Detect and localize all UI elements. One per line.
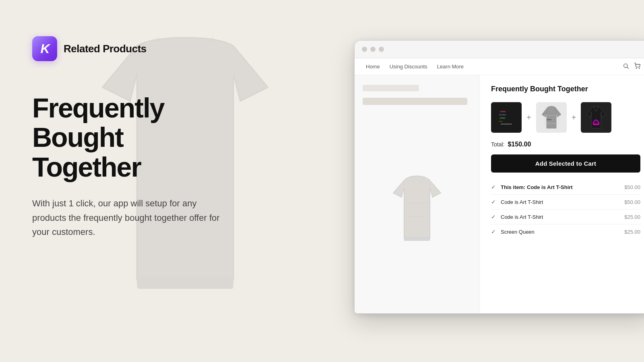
fbt-item-price: $50.00 (624, 199, 640, 205)
cart-icon[interactable] (634, 63, 640, 71)
traffic-light-1 (362, 47, 367, 52)
svg-rect-10 (501, 123, 512, 125)
title-placeholder (363, 98, 467, 105)
fbt-item-name: Code is Art T-Shirt (501, 214, 619, 220)
nav-links: Home Using Discounts Learn More (366, 64, 464, 70)
brand-name: Related Products (64, 43, 147, 55)
fbt-items-list: ✓ This item: Code is Art T-Shirt $50.00 … (491, 180, 640, 239)
nav-learn[interactable]: Learn More (437, 64, 464, 70)
fbt-item-price: $25.00 (624, 214, 640, 220)
nav-icons (623, 63, 640, 71)
breadcrumb-placeholder (363, 85, 419, 91)
fbt-item-name: Screen Queen (501, 229, 619, 235)
brand-logo: K Related Products (32, 36, 258, 61)
fbt-item-price: $25.00 (624, 229, 640, 235)
fbt-plus-1: + (526, 113, 531, 122)
fbt-total-label: Total: (491, 141, 504, 148)
svg-line-2 (627, 67, 629, 69)
svg-text:// art: // art (499, 120, 503, 122)
fbt-list-item: ✓ Code is Art T-Shirt $50.00 (491, 195, 640, 210)
svg-text:print(): print() (500, 117, 505, 119)
fbt-list-item: ✓ Code is Art T-Shirt $25.00 (491, 210, 640, 224)
product-2-image: photo (541, 106, 562, 129)
fbt-products-row: code function print() // art + (491, 102, 640, 133)
svg-point-4 (639, 68, 640, 68)
svg-rect-5 (404, 237, 430, 241)
traffic-light-3 (379, 47, 384, 52)
browser-titlebar (355, 41, 644, 58)
product-image-panel (355, 75, 479, 313)
svg-rect-13 (593, 123, 599, 125)
product-1-art: code function print() // art (498, 107, 514, 128)
check-icon: ✓ (491, 228, 496, 235)
search-icon[interactable] (623, 63, 629, 71)
check-icon: ✓ (491, 199, 496, 205)
fbt-list-item: ✓ Screen Queen $25.00 (491, 224, 640, 239)
fbt-total-row: Total: $150.00 (491, 141, 640, 148)
nav-discounts[interactable]: Using Discounts (390, 64, 427, 70)
svg-point-1 (624, 64, 627, 67)
fbt-item-name: Code is Art T-Shirt (501, 199, 619, 205)
product-sweater-svg (385, 174, 449, 243)
fbt-product-1[interactable]: code function print() // art (491, 102, 522, 133)
fbt-item-name: This item: Code is Art T-Shirt (501, 184, 619, 190)
fbt-list-item: ✓ This item: Code is Art T-Shirt $50.00 (491, 180, 640, 195)
browser-mockup: Home Using Discounts Learn More (354, 40, 644, 314)
product-image-container (363, 111, 471, 305)
product-3-image (586, 106, 607, 129)
logo-icon: K (32, 36, 57, 61)
fbt-panel: Frequently Bought Together code function… (479, 75, 644, 313)
svg-text:photo: photo (547, 118, 552, 121)
fbt-product-2[interactable]: photo (536, 102, 567, 133)
left-panel: K Related Products Frequently Bought Tog… (0, 0, 290, 362)
browser-content: Frequently Bought Together code function… (355, 75, 644, 313)
svg-text:code: code (500, 110, 506, 113)
check-icon: ✓ (491, 184, 496, 190)
add-to-cart-button[interactable]: Add Selected to Cart (491, 154, 640, 173)
fbt-product-3[interactable] (581, 102, 611, 133)
nav-home[interactable]: Home (366, 64, 380, 70)
fbt-item-price: $50.00 (624, 184, 640, 190)
svg-point-3 (636, 68, 636, 68)
fbt-plus-2: + (572, 113, 576, 122)
svg-text:function: function (499, 113, 506, 116)
fbt-total-price: $150.00 (508, 141, 531, 148)
traffic-light-2 (370, 47, 376, 52)
fbt-section-title: Frequently Bought Together (491, 85, 640, 93)
hero-title: Frequently Bought Together (32, 93, 258, 182)
browser-nav: Home Using Discounts Learn More (355, 58, 644, 75)
check-icon: ✓ (491, 214, 496, 220)
hero-description: With just 1 click, our app will setup fo… (32, 196, 225, 239)
